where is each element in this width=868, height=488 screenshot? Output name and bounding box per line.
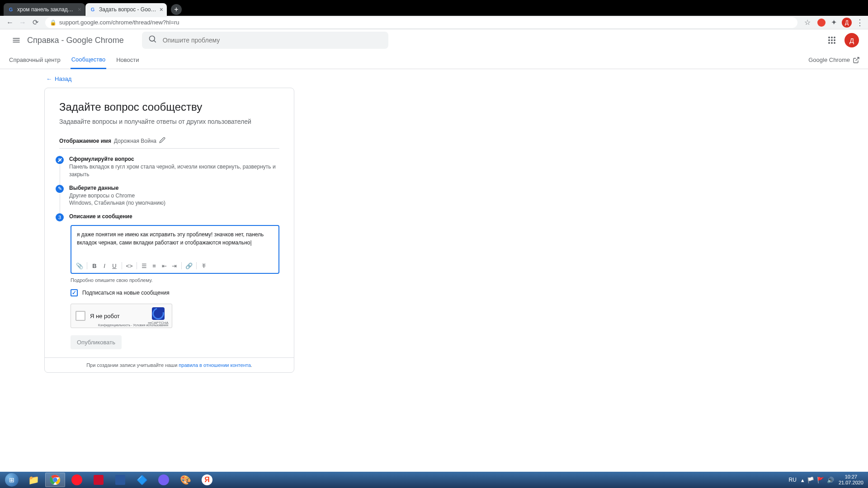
- tray-arrow-icon[interactable]: ▴: [801, 477, 804, 483]
- svg-rect-0: [13, 38, 20, 39]
- volume-icon[interactable]: 🔊: [827, 477, 834, 483]
- back-link[interactable]: ← Назад: [44, 75, 868, 82]
- checkbox-checked-icon[interactable]: ✓: [71, 289, 78, 296]
- page-header: Справка - Google Chrome Д: [0, 29, 868, 51]
- apps-icon[interactable]: [823, 31, 841, 49]
- back-label: Назад: [55, 75, 71, 82]
- step-select-data[interactable]: ✎ Выберите данные Другие вопросы о Chrom…: [56, 185, 279, 207]
- bold-icon[interactable]: B: [90, 261, 99, 270]
- step-formulate[interactable]: ✎ Сформулируйте вопрос Панель вкладок в …: [56, 156, 279, 178]
- display-name-row: Отображаемое имя Дорожная Война: [59, 133, 279, 149]
- clear-format-icon[interactable]: T: [199, 261, 208, 270]
- chrome-favicon: G: [89, 6, 96, 13]
- recaptcha-widget[interactable]: Я не робот reCAPTCHA Конфиденциальность …: [71, 304, 172, 328]
- svg-line-4: [154, 41, 156, 42]
- browser-tab-active[interactable]: G Задать вопрос - Google Chrome ×: [85, 3, 167, 16]
- opera-icon[interactable]: [67, 473, 87, 487]
- numbered-list-icon[interactable]: ≡: [150, 261, 159, 270]
- star-icon[interactable]: ☆: [801, 16, 814, 29]
- viber-icon[interactable]: [154, 473, 174, 487]
- editor-toolbar: 📎 B I U <> ☰ ≡ ⇤ ⇥ 🔗 T: [71, 258, 278, 273]
- content-policy-link[interactable]: правила в отношении контента: [179, 362, 250, 368]
- italic-icon[interactable]: I: [100, 261, 109, 270]
- publish-button[interactable]: Опубликовать: [71, 335, 122, 349]
- extension-icon[interactable]: [817, 19, 826, 27]
- indent-decrease-icon[interactable]: ⇤: [160, 261, 169, 270]
- app-icon[interactable]: 🎨: [175, 473, 195, 487]
- step-description: 3 Описание и сообщение: [56, 213, 279, 221]
- app-icon[interactable]: 🔷: [132, 473, 152, 487]
- bullet-list-icon[interactable]: ☰: [140, 261, 149, 270]
- subscribe-label: Подписаться на новые сообщения: [82, 290, 170, 296]
- url-text: support.google.com/chrome/thread/new?hl=…: [59, 19, 179, 26]
- svg-rect-2: [13, 42, 20, 42]
- tab-title: Задать вопрос - Google Chrome: [99, 6, 157, 13]
- step-title: Сформулируйте вопрос: [69, 156, 279, 162]
- svg-point-7: [834, 37, 835, 38]
- lock-icon: 🔒: [50, 19, 57, 26]
- attach-icon[interactable]: 📎: [75, 261, 84, 270]
- recaptcha-logo: reCAPTCHA: [149, 307, 167, 325]
- description-editor[interactable]: я даже понятия не имею как исправить эту…: [71, 225, 279, 274]
- footer-text: При создании записи учитывайте наши: [86, 362, 179, 368]
- explorer-icon[interactable]: 📁: [24, 473, 43, 487]
- code-icon[interactable]: <>: [125, 261, 134, 270]
- step-detail: Другие вопросы о Chrome: [69, 192, 279, 200]
- svg-point-13: [834, 42, 835, 44]
- svg-point-11: [828, 42, 830, 44]
- chrome-menu-icon[interactable]: ⋮: [855, 18, 864, 27]
- address-bar[interactable]: 🔒 support.google.com/chrome/thread/new?h…: [45, 17, 797, 28]
- display-name-value: Дорожная Война: [114, 138, 156, 144]
- extensions-icon[interactable]: ✦: [829, 18, 838, 27]
- app-icon[interactable]: [110, 473, 130, 487]
- reload-button[interactable]: ⟳: [29, 16, 42, 29]
- recaptcha-links[interactable]: Конфиденциальность - Условия использован…: [98, 324, 168, 327]
- tab-title: хром панель закладок стала че…: [17, 6, 75, 13]
- search-input[interactable]: [163, 37, 382, 44]
- account-avatar[interactable]: Д: [844, 33, 859, 47]
- svg-point-12: [831, 42, 833, 44]
- svg-point-5: [828, 37, 830, 38]
- form-card: Задайте вопрос сообществу Задавайте вопр…: [44, 88, 294, 373]
- start-button[interactable]: ⊞: [2, 473, 22, 487]
- chrome-favicon: G: [7, 6, 14, 13]
- step-title: Выберите данные: [69, 185, 279, 191]
- link-icon[interactable]: 🔗: [184, 261, 193, 270]
- indent-increase-icon[interactable]: ⇥: [170, 261, 179, 270]
- editor-textarea[interactable]: я даже понятия не имею как исправить эту…: [71, 226, 278, 258]
- back-button[interactable]: ←: [4, 16, 16, 29]
- search-container[interactable]: [142, 32, 388, 49]
- language-indicator[interactable]: RU: [789, 477, 797, 483]
- menu-icon[interactable]: [7, 31, 25, 49]
- close-icon[interactable]: ×: [78, 6, 81, 13]
- svg-point-3: [149, 36, 155, 42]
- svg-point-9: [831, 39, 833, 41]
- card-subtitle: Задавайте вопросы и получайте ответы от …: [59, 118, 279, 125]
- subnav-help-center[interactable]: Справочный центр: [8, 51, 61, 69]
- profile-avatar[interactable]: Д: [842, 18, 852, 28]
- card-title: Задайте вопрос сообществу: [59, 101, 279, 113]
- underline-icon[interactable]: U: [110, 261, 119, 270]
- recaptcha-checkbox[interactable]: [75, 311, 85, 321]
- subnav-community[interactable]: Сообщество: [71, 51, 107, 69]
- pencil-icon[interactable]: [159, 137, 165, 145]
- new-tab-button[interactable]: +: [171, 4, 182, 15]
- close-icon[interactable]: ×: [160, 6, 163, 13]
- app-icon[interactable]: [89, 473, 108, 487]
- window-top-border: [0, 0, 868, 3]
- flag-icon[interactable]: 🏳️: [807, 477, 814, 483]
- subscribe-checkbox-row[interactable]: ✓ Подписаться на новые сообщения: [71, 289, 279, 296]
- subnav-news[interactable]: Новости: [115, 51, 140, 69]
- subnav-product-link[interactable]: Google Chrome: [808, 56, 860, 64]
- page-title: Справка - Google Chrome: [27, 36, 124, 45]
- time-text: 10:27: [839, 474, 863, 480]
- steps-list: ✎ Сформулируйте вопрос Панель вкладок в …: [56, 156, 279, 221]
- yandex-icon[interactable]: Я: [197, 473, 217, 487]
- chrome-icon[interactable]: [45, 473, 65, 487]
- browser-tab[interactable]: G хром панель закладок стала че… ×: [4, 3, 85, 16]
- windows-icon: ⊞: [5, 473, 19, 487]
- clock[interactable]: 10:27 21.07.2020: [839, 474, 863, 486]
- flag-icon[interactable]: 🚩: [817, 477, 824, 483]
- forward-button[interactable]: →: [16, 16, 29, 29]
- step-check-icon: ✎: [56, 156, 64, 164]
